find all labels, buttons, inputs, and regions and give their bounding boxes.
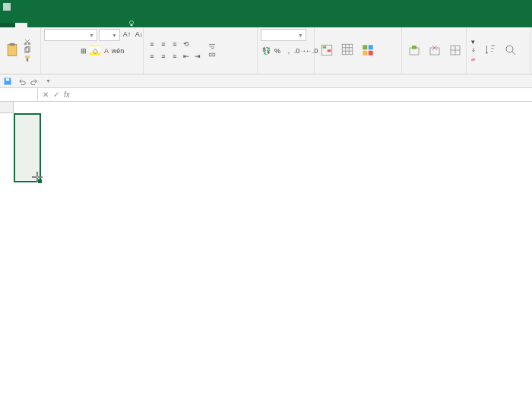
svg-rect-17 xyxy=(369,45,373,49)
sort-filter-button[interactable] xyxy=(481,43,499,59)
bold-button[interactable] xyxy=(44,46,55,56)
fill-color-button[interactable]: ◇ xyxy=(90,46,100,56)
brush-icon xyxy=(24,55,31,62)
align-center-button[interactable]: ≡ xyxy=(158,51,169,62)
decrease-font-button[interactable]: A↓ xyxy=(134,29,144,40)
svg-rect-18 xyxy=(363,50,367,55)
autosum-button[interactable]: ▾ xyxy=(470,38,479,46)
percent-button[interactable]: % xyxy=(272,46,283,56)
sort-filter-icon xyxy=(483,43,497,57)
cell-styles-button[interactable] xyxy=(359,43,377,59)
eraser-icon xyxy=(470,55,477,62)
delete-cells-icon xyxy=(428,43,442,57)
increase-font-button[interactable]: A↑ xyxy=(122,29,132,40)
delete-cells-button[interactable] xyxy=(426,43,444,59)
svg-rect-0 xyxy=(3,3,11,11)
name-box[interactable] xyxy=(0,88,38,101)
accounting-format-button[interactable]: 💱 xyxy=(261,46,271,56)
wrap-icon xyxy=(208,43,216,50)
svg-rect-2 xyxy=(131,24,133,26)
selection-outline xyxy=(14,113,41,182)
cursor-icon xyxy=(32,172,43,182)
find-icon xyxy=(504,43,518,57)
active-cell-highlight xyxy=(14,113,41,123)
border-button[interactable]: ⊞ xyxy=(78,46,89,56)
orientation-button[interactable]: ⟲ xyxy=(181,39,192,49)
align-bottom-button[interactable]: ≡ xyxy=(169,39,180,49)
format-cells-icon xyxy=(448,43,462,57)
paste-button[interactable] xyxy=(3,40,21,61)
align-top-button[interactable]: ≡ xyxy=(147,39,157,49)
group-label-font xyxy=(44,71,140,72)
fill-button[interactable] xyxy=(470,46,479,54)
format-table-button[interactable] xyxy=(338,42,356,59)
svg-rect-22 xyxy=(430,48,439,55)
svg-rect-21 xyxy=(412,46,416,49)
cut-button[interactable] xyxy=(24,38,33,46)
svg-rect-27 xyxy=(6,78,10,81)
group-label-clipboard xyxy=(3,71,37,72)
insert-cells-button[interactable] xyxy=(405,43,423,59)
number-format-select[interactable]: ▼ xyxy=(261,29,306,41)
enter-formula-icon[interactable]: ✓ xyxy=(53,90,59,99)
align-left-button[interactable]: ≡ xyxy=(147,51,157,62)
copy-button[interactable] xyxy=(24,46,33,54)
insert-cells-icon xyxy=(407,43,421,57)
svg-rect-14 xyxy=(328,49,331,52)
align-right-button[interactable]: ≡ xyxy=(169,51,180,62)
spreadsheet-grid[interactable] xyxy=(0,102,532,397)
svg-rect-19 xyxy=(369,50,373,55)
find-select-button[interactable] xyxy=(502,43,520,59)
svg-rect-10 xyxy=(27,58,29,61)
group-label-editing xyxy=(470,71,527,72)
merge-icon xyxy=(208,51,216,59)
fx-icon[interactable]: fx xyxy=(64,90,70,99)
underline-button[interactable] xyxy=(67,46,78,56)
save-icon[interactable] xyxy=(3,77,12,86)
redo-icon[interactable] xyxy=(30,77,40,86)
svg-rect-13 xyxy=(323,46,327,48)
cancel-formula-icon[interactable]: ✕ xyxy=(43,90,49,99)
excel-icon xyxy=(3,3,11,11)
svg-rect-4 xyxy=(10,43,15,45)
increase-indent-button[interactable]: ⇥ xyxy=(192,51,203,62)
font-size-select[interactable]: ▼ xyxy=(99,29,120,41)
align-middle-button[interactable]: ≡ xyxy=(158,39,169,49)
format-cells-button[interactable] xyxy=(446,43,464,59)
font-color-button[interactable]: A xyxy=(101,46,112,56)
group-label-styles xyxy=(318,71,398,72)
ribbon-tabs xyxy=(0,14,532,27)
select-all-corner[interactable] xyxy=(0,102,14,113)
clear-button[interactable] xyxy=(470,55,479,62)
group-label-alignment xyxy=(147,71,254,72)
undo-icon[interactable] xyxy=(17,77,26,86)
svg-rect-16 xyxy=(363,45,367,49)
ribbon: ▼ ▼ A↑ A↓ ⊞ ◇ A wén ≡ ≡ ≡ xyxy=(0,27,532,74)
quick-access-toolbar: ▼ xyxy=(0,74,532,88)
decrease-indent-button[interactable]: ⇤ xyxy=(181,51,192,62)
group-label-cells xyxy=(405,71,463,72)
svg-rect-24 xyxy=(471,58,476,62)
tell-me[interactable] xyxy=(128,20,138,27)
italic-button[interactable] xyxy=(55,46,66,56)
comma-button[interactable]: , xyxy=(283,46,294,56)
conditional-format-icon xyxy=(320,43,334,57)
lightbulb-icon xyxy=(128,20,135,27)
increase-decimal-button[interactable]: .0→ xyxy=(295,46,306,56)
format-painter-button[interactable] xyxy=(24,55,33,62)
table-format-icon xyxy=(340,43,354,56)
cell-styles-icon xyxy=(361,43,375,57)
svg-rect-9 xyxy=(25,55,30,58)
qat-customize[interactable]: ▼ xyxy=(46,78,51,84)
svg-rect-3 xyxy=(8,44,17,55)
fill-down-icon xyxy=(470,46,477,54)
scissors-icon xyxy=(24,38,31,46)
group-label-number xyxy=(261,71,311,72)
phonetic-button[interactable]: wén xyxy=(112,46,123,56)
svg-rect-15 xyxy=(342,44,353,55)
svg-point-1 xyxy=(130,21,134,24)
merge-center-button[interactable] xyxy=(208,51,217,59)
wrap-text-button[interactable] xyxy=(208,43,217,50)
font-name-select[interactable]: ▼ xyxy=(44,29,97,41)
conditional-format-button[interactable] xyxy=(318,43,336,59)
